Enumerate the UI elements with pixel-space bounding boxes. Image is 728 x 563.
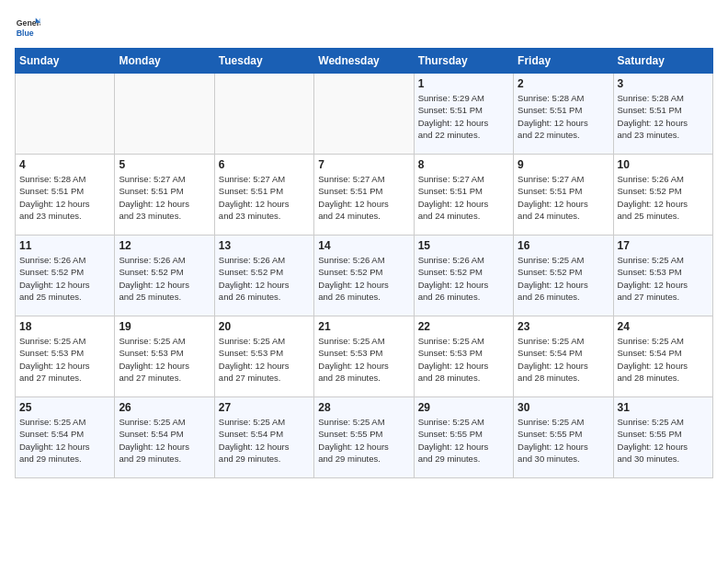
day-number: 2 — [518, 77, 609, 90]
day-info: Sunrise: 5:25 AM Sunset: 5:55 PM Dayligh… — [318, 416, 409, 465]
day-cell: 19Sunrise: 5:25 AM Sunset: 5:53 PM Dayli… — [115, 316, 214, 397]
day-info: Sunrise: 5:25 AM Sunset: 5:53 PM Dayligh… — [318, 335, 409, 384]
day-info: Sunrise: 5:25 AM Sunset: 5:55 PM Dayligh… — [518, 416, 609, 465]
logo-icon: General Blue — [15, 15, 40, 40]
day-cell: 30Sunrise: 5:25 AM Sunset: 5:55 PM Dayli… — [514, 397, 613, 478]
day-number: 28 — [318, 401, 409, 414]
day-cell: 1Sunrise: 5:29 AM Sunset: 5:51 PM Daylig… — [414, 74, 513, 155]
day-number: 17 — [618, 239, 709, 252]
day-info: Sunrise: 5:25 AM Sunset: 5:54 PM Dayligh… — [19, 416, 110, 465]
day-number: 31 — [618, 401, 709, 414]
header-cell-wednesday: Wednesday — [314, 49, 414, 74]
week-row-3: 11Sunrise: 5:26 AM Sunset: 5:52 PM Dayli… — [16, 236, 713, 316]
calendar-body: 1Sunrise: 5:29 AM Sunset: 5:51 PM Daylig… — [16, 74, 713, 478]
day-number: 23 — [518, 320, 609, 333]
header-cell-tuesday: Tuesday — [214, 49, 313, 74]
day-cell: 20Sunrise: 5:25 AM Sunset: 5:53 PM Dayli… — [214, 316, 313, 397]
week-row-4: 18Sunrise: 5:25 AM Sunset: 5:53 PM Dayli… — [16, 316, 713, 397]
day-number: 20 — [219, 320, 310, 333]
day-info: Sunrise: 5:25 AM Sunset: 5:53 PM Dayligh… — [19, 335, 110, 384]
day-info: Sunrise: 5:26 AM Sunset: 5:52 PM Dayligh… — [618, 173, 709, 222]
day-number: 30 — [518, 401, 609, 414]
day-number: 11 — [19, 239, 110, 252]
day-info: Sunrise: 5:29 AM Sunset: 5:51 PM Dayligh… — [418, 92, 509, 141]
day-cell: 9Sunrise: 5:27 AM Sunset: 5:51 PM Daylig… — [514, 155, 613, 236]
day-info: Sunrise: 5:25 AM Sunset: 5:54 PM Dayligh… — [119, 416, 210, 465]
day-cell: 22Sunrise: 5:25 AM Sunset: 5:53 PM Dayli… — [414, 316, 513, 397]
day-number: 24 — [618, 320, 709, 333]
day-info: Sunrise: 5:26 AM Sunset: 5:52 PM Dayligh… — [318, 254, 409, 303]
day-cell: 17Sunrise: 5:25 AM Sunset: 5:53 PM Dayli… — [613, 236, 712, 316]
day-number: 8 — [418, 158, 509, 171]
day-number: 19 — [119, 320, 210, 333]
day-cell: 15Sunrise: 5:26 AM Sunset: 5:52 PM Dayli… — [414, 236, 513, 316]
day-info: Sunrise: 5:27 AM Sunset: 5:51 PM Dayligh… — [219, 173, 310, 222]
day-cell: 3Sunrise: 5:28 AM Sunset: 5:51 PM Daylig… — [613, 74, 712, 155]
day-number: 12 — [119, 239, 210, 252]
day-cell: 23Sunrise: 5:25 AM Sunset: 5:54 PM Dayli… — [514, 316, 613, 397]
day-cell: 29Sunrise: 5:25 AM Sunset: 5:55 PM Dayli… — [414, 397, 513, 478]
day-number: 9 — [518, 158, 609, 171]
day-cell: 16Sunrise: 5:25 AM Sunset: 5:52 PM Dayli… — [514, 236, 613, 316]
day-info: Sunrise: 5:26 AM Sunset: 5:52 PM Dayligh… — [19, 254, 110, 303]
day-cell: 11Sunrise: 5:26 AM Sunset: 5:52 PM Dayli… — [16, 236, 115, 316]
day-cell: 25Sunrise: 5:25 AM Sunset: 5:54 PM Dayli… — [16, 397, 115, 478]
day-number: 14 — [318, 239, 409, 252]
week-row-5: 25Sunrise: 5:25 AM Sunset: 5:54 PM Dayli… — [16, 397, 713, 478]
day-cell: 8Sunrise: 5:27 AM Sunset: 5:51 PM Daylig… — [414, 155, 513, 236]
day-number: 27 — [219, 401, 310, 414]
header-cell-thursday: Thursday — [414, 49, 513, 74]
day-number: 13 — [219, 239, 310, 252]
day-info: Sunrise: 5:25 AM Sunset: 5:54 PM Dayligh… — [618, 335, 709, 384]
day-number: 22 — [418, 320, 509, 333]
day-cell: 14Sunrise: 5:26 AM Sunset: 5:52 PM Dayli… — [314, 236, 414, 316]
day-cell — [314, 74, 414, 155]
day-number: 6 — [219, 158, 310, 171]
calendar-table: SundayMondayTuesdayWednesdayThursdayFrid… — [15, 48, 713, 478]
day-info: Sunrise: 5:27 AM Sunset: 5:51 PM Dayligh… — [119, 173, 210, 222]
day-info: Sunrise: 5:27 AM Sunset: 5:51 PM Dayligh… — [418, 173, 509, 222]
day-cell: 5Sunrise: 5:27 AM Sunset: 5:51 PM Daylig… — [115, 155, 214, 236]
day-cell: 10Sunrise: 5:26 AM Sunset: 5:52 PM Dayli… — [613, 155, 712, 236]
day-number: 4 — [19, 158, 110, 171]
day-info: Sunrise: 5:28 AM Sunset: 5:51 PM Dayligh… — [618, 92, 709, 141]
day-info: Sunrise: 5:25 AM Sunset: 5:55 PM Dayligh… — [618, 416, 709, 465]
header-cell-saturday: Saturday — [613, 49, 712, 74]
day-cell: 31Sunrise: 5:25 AM Sunset: 5:55 PM Dayli… — [613, 397, 712, 478]
day-number: 21 — [318, 320, 409, 333]
day-cell: 26Sunrise: 5:25 AM Sunset: 5:54 PM Dayli… — [115, 397, 214, 478]
day-cell: 2Sunrise: 5:28 AM Sunset: 5:51 PM Daylig… — [514, 74, 613, 155]
day-number: 5 — [119, 158, 210, 171]
day-cell: 7Sunrise: 5:27 AM Sunset: 5:51 PM Daylig… — [314, 155, 414, 236]
day-number: 16 — [518, 239, 609, 252]
page-header: General Blue — [15, 15, 713, 40]
day-info: Sunrise: 5:25 AM Sunset: 5:52 PM Dayligh… — [518, 254, 609, 303]
header-cell-sunday: Sunday — [16, 49, 115, 74]
day-number: 29 — [418, 401, 509, 414]
week-row-1: 1Sunrise: 5:29 AM Sunset: 5:51 PM Daylig… — [16, 74, 713, 155]
day-info: Sunrise: 5:28 AM Sunset: 5:51 PM Dayligh… — [19, 173, 110, 222]
day-info: Sunrise: 5:27 AM Sunset: 5:51 PM Dayligh… — [318, 173, 409, 222]
day-cell: 12Sunrise: 5:26 AM Sunset: 5:52 PM Dayli… — [115, 236, 214, 316]
day-cell — [16, 74, 115, 155]
day-info: Sunrise: 5:25 AM Sunset: 5:54 PM Dayligh… — [518, 335, 609, 384]
day-info: Sunrise: 5:26 AM Sunset: 5:52 PM Dayligh… — [219, 254, 310, 303]
day-number: 7 — [318, 158, 409, 171]
day-cell: 28Sunrise: 5:25 AM Sunset: 5:55 PM Dayli… — [314, 397, 414, 478]
day-cell: 13Sunrise: 5:26 AM Sunset: 5:52 PM Dayli… — [214, 236, 313, 316]
day-info: Sunrise: 5:27 AM Sunset: 5:51 PM Dayligh… — [518, 173, 609, 222]
day-info: Sunrise: 5:25 AM Sunset: 5:55 PM Dayligh… — [418, 416, 509, 465]
day-cell: 4Sunrise: 5:28 AM Sunset: 5:51 PM Daylig… — [16, 155, 115, 236]
day-number: 15 — [418, 239, 509, 252]
calendar-header: SundayMondayTuesdayWednesdayThursdayFrid… — [16, 49, 713, 74]
day-number: 18 — [19, 320, 110, 333]
day-number: 25 — [19, 401, 110, 414]
day-cell: 6Sunrise: 5:27 AM Sunset: 5:51 PM Daylig… — [214, 155, 313, 236]
svg-text:Blue: Blue — [17, 29, 34, 38]
day-info: Sunrise: 5:25 AM Sunset: 5:54 PM Dayligh… — [219, 416, 310, 465]
day-number: 26 — [119, 401, 210, 414]
day-number: 1 — [418, 77, 509, 90]
day-info: Sunrise: 5:26 AM Sunset: 5:52 PM Dayligh… — [418, 254, 509, 303]
day-cell: 24Sunrise: 5:25 AM Sunset: 5:54 PM Dayli… — [613, 316, 712, 397]
day-cell: 21Sunrise: 5:25 AM Sunset: 5:53 PM Dayli… — [314, 316, 414, 397]
